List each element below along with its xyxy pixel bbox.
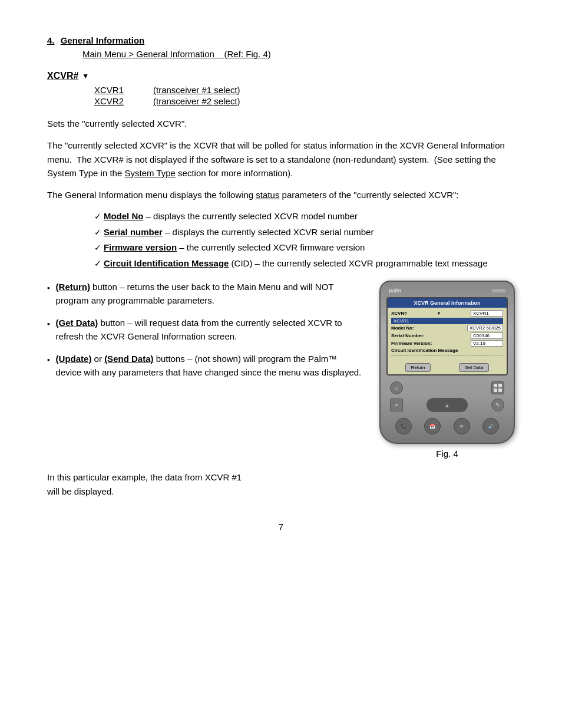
grid-dot-2: [498, 384, 502, 387]
palm-nav-bar: ⌂: [386, 380, 508, 396]
screen-serial-val: C00346: [471, 332, 503, 339]
palm-pen-icon[interactable]: ✎: [491, 398, 504, 411]
final-paragraph: In this particular example, the data fro…: [47, 470, 247, 498]
palm-hw-btn-2[interactable]: 📅: [424, 418, 441, 434]
palm-top-bar: palm m500: [386, 288, 508, 294]
grid-dot-1: [494, 384, 497, 387]
square-marker-1: ▪: [47, 282, 50, 307]
palm-hw-btn-1[interactable]: 📞: [395, 418, 412, 434]
palm-screen-area: XCVR General Information XCVR# ▼ XCVR1 X…: [386, 297, 508, 375]
return-label: (Return): [56, 282, 90, 292]
square-marker-2: ▪: [47, 318, 50, 343]
screen-divider: [391, 355, 503, 356]
screen-xcvr-arrow: ▼: [437, 311, 441, 315]
get-data-desc: button – will request data from the curr…: [56, 318, 342, 341]
bullet-get-data-text: (Get Data) button – will request data fr…: [56, 317, 362, 343]
palm-hw-btn-4[interactable]: 🔊: [482, 418, 499, 434]
screen-xcvr-label: XCVR#: [391, 311, 407, 316]
bullet-firmware-version: Firmware version – the currently selecte…: [94, 241, 515, 255]
bullet-serial-number-text: – displays the currently selected XCVR s…: [165, 227, 373, 237]
return-desc: button – returns the user back to the Ma…: [56, 282, 334, 305]
screen-firmware-val: V2.19: [471, 340, 503, 347]
bullet-get-data: ▪ (Get Data) button – will request data …: [47, 317, 362, 343]
screen-serial-label: Serial Number:: [391, 333, 425, 338]
screen-dropdown-item1: XCVR1: [391, 318, 503, 324]
bullet-firmware-text: – the currently selected XCVR firmware v…: [179, 242, 365, 252]
screen-content: XCVR# ▼ XCVR1 XCVR1 Model No: XCVR2 60/0…: [388, 308, 507, 361]
xcvr2-desc: (transceiver #2 select): [153, 96, 240, 106]
check-bullets-list: Model No – displays the currently select…: [94, 210, 515, 270]
xcvr-heading-row: XCVR# ▼: [47, 71, 515, 81]
palm-model-label: m500: [492, 288, 505, 294]
return-button[interactable]: Return: [405, 363, 430, 372]
xcvr-dropdown-arrow[interactable]: ▼: [82, 72, 89, 80]
screen-buttons-row: Return Get Data: [388, 361, 507, 374]
get-data-button[interactable]: Get Data: [459, 363, 488, 372]
section-number: 4.: [47, 35, 55, 45]
screen-firmware-row: Firmware Version: V2.19: [391, 340, 503, 347]
bullet-cid-label: Circuit Identification Message: [104, 258, 229, 268]
get-data-label: (Get Data): [56, 318, 98, 328]
square-marker-3: ▪: [47, 354, 50, 379]
screen-xcvr-row: XCVR# ▼ XCVR1: [391, 310, 503, 317]
grid-dot-4: [498, 388, 502, 392]
bullet-firmware-label: Firmware version: [104, 242, 177, 252]
xcvr1-label: XCVR1: [94, 85, 135, 95]
screen-model-row: Model No: XCVR2 60/025: [391, 325, 503, 331]
screen-serial-row: Serial Number: C00346: [391, 332, 503, 339]
screen-model-val: XCVR2 60/025: [467, 325, 503, 331]
subtitle-text: Main Menu > General Information: [82, 49, 214, 59]
palm-brand-label: palm: [389, 288, 401, 294]
square-bullets-section: ▪ (Return) button – returns the user bac…: [47, 281, 362, 459]
section-heading: 4. General Information: [47, 35, 515, 45]
palm-home-icon[interactable]: ⌂: [390, 381, 403, 394]
screen-model-label: Model No:: [391, 325, 414, 331]
xcvr2-label: XCVR2: [94, 96, 135, 106]
grid-dot-3: [494, 388, 497, 392]
palm-calc-icon[interactable]: [491, 381, 504, 394]
bullet-model-no-label: Model No: [104, 211, 144, 221]
bullet-model-no-text: – displays the currently selected XCVR m…: [146, 211, 358, 221]
paragraph-3: The General Information menu displays th…: [47, 188, 515, 202]
palm-hw-btn-3[interactable]: ✉: [454, 418, 470, 434]
section-title: General Information: [61, 35, 145, 45]
status-link: status: [256, 190, 279, 200]
paragraph-2: The "currently selected XCVR" is the XCV…: [47, 139, 515, 180]
dpad-arrow: ▲: [444, 402, 450, 409]
palm-center-area: ≡ ▲ ✎: [386, 398, 508, 412]
subtitle: Main Menu > General Information (Ref: Fi…: [82, 49, 515, 59]
bullet-cid-text: (CID) – the currently selected XCVR prog…: [232, 258, 488, 268]
bullet-model-no: Model No – displays the currently select…: [94, 210, 515, 223]
screen-xcvr-val: XCVR1: [471, 310, 503, 317]
send-data-label: (Send Data): [104, 354, 153, 364]
screen-cid-row: Circuit Identification Message: [391, 348, 503, 353]
update-or-text: or: [94, 354, 105, 364]
palm-memo-icon[interactable]: ≡: [390, 398, 403, 411]
xcvr-option-1: XCVR1 (transceiver #1 select): [94, 85, 515, 95]
subtitle-ref: (Ref: Fig. 4): [224, 49, 271, 59]
fig-caption: Fig. 4: [436, 449, 458, 459]
bullet-cid: Circuit Identification Message (CID) – t…: [94, 257, 515, 271]
bullet-return: ▪ (Return) button – returns the user bac…: [47, 281, 362, 307]
system-type-link: System Type: [124, 168, 175, 178]
bullet-serial-number-label: Serial number: [104, 227, 163, 237]
xcvr-options-table: XCVR1 (transceiver #1 select) XCVR2 (tra…: [94, 85, 515, 106]
bullet-serial-number: Serial number – displays the currently s…: [94, 226, 515, 239]
page-number: 7: [47, 522, 515, 532]
bullet-update-text: (Update) or (Send Data) buttons – (not s…: [56, 353, 362, 379]
update-label: (Update): [56, 354, 92, 364]
palm-bottom-buttons: 📞 📅 ✉ 🔊: [386, 416, 508, 434]
screen-title-bar: XCVR General Information: [388, 298, 507, 308]
palm-device: palm m500 XCVR General Information XCVR#…: [379, 281, 515, 444]
palm-screen-frame: XCVR General Information XCVR# ▼ XCVR1 X…: [386, 297, 508, 375]
xcvr-heading-label: XCVR#: [47, 71, 78, 81]
content-device-section: ▪ (Return) button – returns the user bac…: [47, 281, 515, 459]
paragraph-1: Sets the "currently selected XCVR".: [47, 117, 515, 130]
xcvr1-desc: (transceiver #1 select): [153, 85, 240, 95]
bullet-return-text: (Return) button – returns the user back …: [56, 281, 362, 307]
bullet-update: ▪ (Update) or (Send Data) buttons – (not…: [47, 353, 362, 379]
square-bullets-list: ▪ (Return) button – returns the user bac…: [47, 281, 362, 379]
device-area: palm m500 XCVR General Information XCVR#…: [379, 281, 515, 459]
palm-dpad[interactable]: ▲: [427, 398, 468, 412]
screen-firmware-label: Firmware Version:: [391, 341, 432, 346]
